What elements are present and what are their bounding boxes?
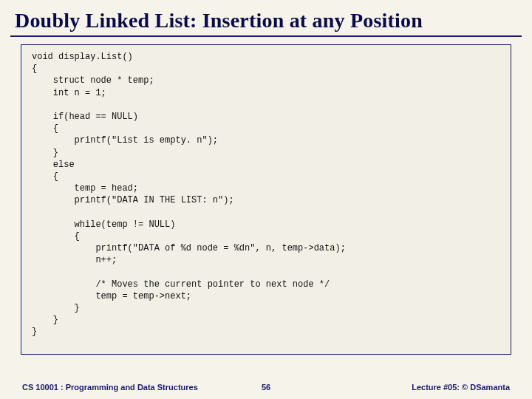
footer-lecture: Lecture #05: © DSamanta — [412, 383, 510, 392]
slide: Doubly Linked List: Insertion at any Pos… — [0, 0, 532, 399]
code-listing: void display.List() { struct node * temp… — [32, 51, 500, 338]
code-box: void display.List() { struct node * temp… — [21, 44, 511, 355]
title-underline — [10, 35, 522, 37]
slide-title: Doubly Linked List: Insertion at any Pos… — [0, 0, 532, 34]
